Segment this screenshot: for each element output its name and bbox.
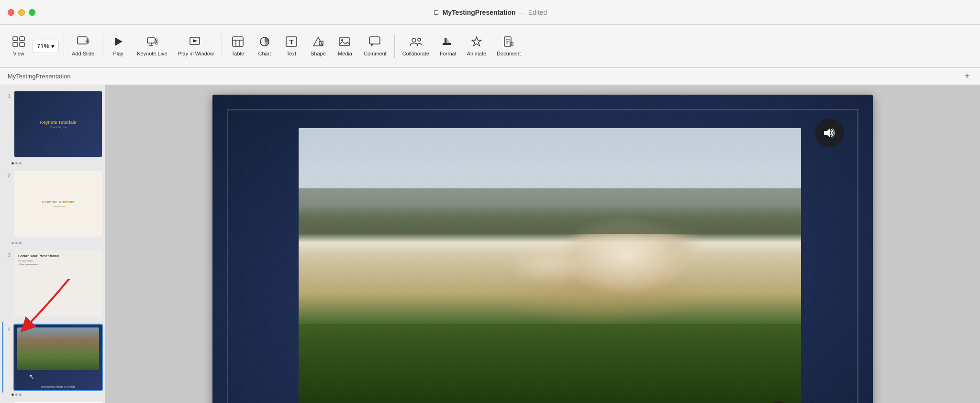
- slide1-title: Keynote Tutorials: [40, 120, 76, 125]
- document-button[interactable]: Document: [492, 29, 525, 64]
- svg-point-23: [341, 39, 343, 41]
- slide-photo[interactable]: [299, 128, 801, 403]
- comment-icon: [369, 36, 381, 49]
- svg-rect-2: [13, 43, 18, 46]
- shape-button[interactable]: Shape: [305, 29, 331, 64]
- dot: [19, 393, 22, 396]
- slide-canvas[interactable]: [212, 95, 873, 403]
- chart-button[interactable]: Chart: [252, 29, 278, 64]
- media-icon: [339, 36, 351, 49]
- chart-label: Chart: [258, 51, 271, 56]
- slide3-title: Secure Your Presentation: [18, 254, 98, 258]
- dot: [19, 242, 22, 244]
- sound-button[interactable]: [815, 119, 844, 147]
- text-button[interactable]: T Text: [278, 29, 304, 64]
- canvas-area: [105, 85, 980, 403]
- animate-button[interactable]: Animate: [462, 29, 491, 64]
- document-icon: 🗒: [433, 9, 440, 16]
- slide-thumb-5[interactable]: [13, 401, 103, 403]
- collaborate-icon: [409, 36, 423, 49]
- svg-rect-3: [20, 43, 24, 46]
- add-slide-button[interactable]: Add Slide: [67, 29, 99, 64]
- table-button[interactable]: Table: [225, 29, 251, 64]
- separator-1: [64, 34, 64, 58]
- svg-marker-38: [824, 129, 830, 137]
- play-in-window-button[interactable]: Play in Window: [173, 29, 219, 64]
- slide-dots-4: [2, 392, 103, 396]
- list-item[interactable]: 5: [2, 400, 103, 403]
- zoom-value: 71%: [37, 43, 49, 50]
- slide2-title: Keynote Tutorials: [42, 200, 74, 204]
- svg-point-25: [412, 38, 416, 42]
- slide-thumb-2[interactable]: Keynote Tutorials ChemicBog.org: [13, 170, 103, 237]
- svg-marker-12: [193, 39, 198, 43]
- zoom-button[interactable]: 71% ▾: [33, 40, 59, 53]
- slide-thumb-3[interactable]: Secure Your Presentation • Fix placehold…: [13, 250, 103, 317]
- list-item[interactable]: 2 Keynote Tutorials ChemicBog.org: [2, 168, 103, 239]
- list-item[interactable]: 1 Keynote Tutorials ChemicBog.org: [2, 89, 103, 159]
- dot: [15, 393, 18, 396]
- separator-3: [222, 34, 222, 58]
- slide-number-5: 5: [2, 401, 11, 403]
- slide4-caption: Working with Images in Keynote: [41, 385, 75, 388]
- titlebar-controls: [8, 9, 35, 16]
- svg-rect-24: [369, 37, 380, 44]
- slide-4-area: 4 Working with Images in Keynote ↖: [2, 322, 103, 396]
- maximize-button[interactable]: [29, 9, 35, 16]
- document-label: Document: [497, 51, 521, 56]
- window-title: 🗒 MyTestingPresentation — Edited: [433, 9, 547, 16]
- list-item[interactable]: 4 Working with Images in Keynote ↖: [2, 322, 103, 392]
- minimize-button[interactable]: [18, 9, 25, 16]
- slide-panel: 1 Keynote Tutorials ChemicBog.org 2: [0, 85, 105, 403]
- separator-2: [102, 34, 102, 58]
- slide-number-2: 2: [2, 170, 11, 178]
- slide-thumb-1[interactable]: Keynote Tutorials ChemicBog.org: [13, 90, 103, 158]
- toolbar: View 71% ▾ Add Slide: [0, 25, 980, 68]
- play-in-window-label: Play in Window: [178, 51, 214, 56]
- add-slide-icon: [77, 36, 89, 49]
- play-button[interactable]: Play: [105, 29, 131, 64]
- shape-label: Shape: [311, 51, 326, 56]
- animate-label: Animate: [467, 51, 486, 56]
- animate-icon: [470, 36, 483, 49]
- comment-label: Comment: [364, 51, 387, 56]
- dot: [15, 242, 18, 244]
- separator-4: [394, 34, 395, 58]
- add-slide-label: Add Slide: [72, 51, 94, 56]
- dot: [11, 162, 14, 164]
- play-icon: [113, 36, 123, 49]
- view-icon: [12, 36, 25, 49]
- format-button[interactable]: Format: [435, 29, 461, 64]
- svg-rect-13: [233, 37, 243, 46]
- text-label: Text: [287, 51, 296, 56]
- add-slide-breadcrumb-button[interactable]: +: [962, 71, 972, 82]
- play-in-window-icon: [189, 36, 202, 49]
- toolbar-row: View 71% ▾ Add Slide: [0, 25, 980, 67]
- media-label: Media: [338, 51, 352, 56]
- dot: [11, 393, 14, 396]
- text-icon: T: [286, 36, 297, 49]
- slide2-sub: ChemicBog.org: [52, 205, 65, 207]
- svg-text:T: T: [290, 38, 294, 45]
- breadcrumb-bar: MyTestingPresentation +: [0, 68, 980, 85]
- slide-number-1: 1: [2, 90, 11, 99]
- keynote-live-button[interactable]: Keynote Live: [132, 29, 172, 64]
- list-item[interactable]: 3 Secure Your Presentation • Fix placeho…: [2, 248, 103, 318]
- svg-marker-30: [472, 37, 481, 46]
- collaborate-button[interactable]: Collaborate: [398, 29, 434, 64]
- view-button[interactable]: View: [6, 29, 32, 64]
- table-label: Table: [232, 51, 244, 56]
- titlebar: 🗒 MyTestingPresentation — Edited: [0, 0, 980, 25]
- slide-thumb-4[interactable]: Working with Images in Keynote ↖: [13, 324, 103, 391]
- svg-marker-7: [115, 37, 122, 46]
- photo-background: [299, 128, 801, 403]
- close-button[interactable]: [8, 9, 14, 16]
- table-icon: [232, 36, 244, 49]
- svg-rect-22: [339, 38, 350, 45]
- format-icon: [442, 36, 454, 49]
- view-label: View: [13, 51, 24, 56]
- dot: [19, 162, 22, 164]
- comment-button[interactable]: Comment: [359, 29, 391, 64]
- svg-rect-0: [13, 37, 18, 41]
- media-button[interactable]: Media: [332, 29, 358, 64]
